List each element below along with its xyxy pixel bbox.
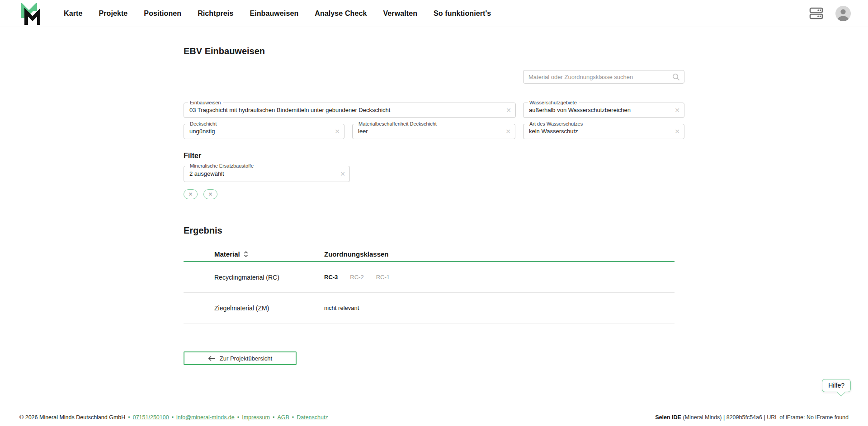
separator-dot: • — [273, 414, 274, 421]
field-label: Mineralische Ersatzbaustoffe — [188, 163, 255, 169]
help-button[interactable]: Hilfe? — [822, 379, 851, 392]
page-title: EBV Einbauweisen — [184, 46, 684, 56]
footer-link-info-mineral-minds-de[interactable]: info@mineral-minds.de — [176, 414, 235, 421]
separator-dot: • — [128, 414, 130, 421]
mineral-minds-logo[interactable] — [19, 3, 40, 25]
footer-ide-detail: (Mineral Minds) | 8209b5fc54a6 | URL of … — [681, 414, 849, 421]
table-row: Ziegelmaterial (ZM)nicht relevant — [184, 293, 675, 323]
results-heading: Ergebnis — [184, 225, 684, 236]
separator-dot: • — [172, 414, 174, 421]
field-label: Wasserschutzgebiete — [528, 100, 579, 106]
nav-links: KarteProjektePositionenRichtpreisEinbauw… — [64, 9, 491, 18]
back-button-label: Zur Projektübersicht — [220, 355, 272, 362]
footer-debug-info: Selen IDE (Mineral Minds) | 8209b5fc54a6… — [655, 414, 849, 421]
help-bubble-tail — [837, 388, 845, 396]
nav-item-positionen[interactable]: Positionen — [144, 9, 181, 18]
column-header-zuordnungsklassen: Zuordnungsklassen — [324, 250, 389, 258]
footer-links: •07151/250100•info@mineral-minds.de•Impr… — [128, 414, 328, 421]
page-root: { "nav": { "items": ["Karte", "Projekte"… — [0, 0, 868, 426]
mineralische-ersatzbaustoffe-field[interactable]: Mineralische Ersatzbaustoffe 2 ausgewähl… — [184, 166, 350, 182]
server-icon[interactable] — [809, 7, 823, 20]
column-label: Material — [214, 250, 240, 258]
search-input[interactable] — [528, 74, 672, 80]
clear-icon[interactable]: ✕ — [675, 107, 680, 113]
class-badge-rc-2: RC-2 — [350, 274, 363, 281]
search-icon — [672, 73, 680, 81]
sort-icon[interactable] — [243, 251, 249, 257]
class-badge-rc-1: RC-1 — [376, 274, 390, 281]
separator-dot: • — [292, 414, 294, 421]
chip-remove-icon[interactable]: ✕ — [188, 191, 193, 197]
class-badge-nicht-relevant: nicht relevant — [324, 304, 359, 311]
person-icon — [835, 6, 851, 21]
clear-icon[interactable]: ✕ — [340, 171, 345, 177]
nav-item-einbauweisen[interactable]: Einbauweisen — [250, 9, 298, 18]
clear-icon[interactable]: ✕ — [506, 107, 511, 113]
materialbeschaffenheit-field[interactable]: Materialbeschaffenheit Deckschicht leer … — [352, 124, 515, 139]
footer-left: © 2026 Mineral Minds Deutschland GmbH •0… — [19, 414, 328, 421]
back-to-projects-button[interactable]: Zur Projektübersicht — [184, 351, 297, 365]
filter-heading: Filter — [184, 152, 684, 160]
arrow-left-icon — [208, 356, 216, 361]
footer-link-datenschutz[interactable]: Datenschutz — [297, 414, 328, 421]
table-body: Recyclingmaterial (RC)RC-3RC-2RC-1Ziegel… — [184, 262, 675, 323]
footer-link-07151-250100[interactable]: 07151/250100 — [133, 414, 169, 421]
zuordnungsklassen-cell: RC-3RC-2RC-1 — [324, 274, 390, 281]
fields-row-2: Deckschicht ungünstig ✕ Materialbeschaff… — [184, 124, 684, 139]
field-label: Materialbeschaffenheit Deckschicht — [357, 121, 439, 127]
fields-row-1: Einbauweisen 03 Tragschicht mit hydrauli… — [184, 103, 684, 118]
table-header: Material Zuordnungsklassen — [184, 247, 675, 262]
wasserschutzgebiete-field[interactable]: Wasserschutzgebiete außerhalb von Wasser… — [523, 103, 684, 118]
separator-dot: • — [237, 414, 239, 421]
deckschicht-field[interactable]: Deckschicht ungünstig ✕ — [184, 124, 344, 139]
filter-chip[interactable]: ✕ — [203, 189, 217, 199]
nav-item-so-funktionierts[interactable]: So funktioniert's — [434, 9, 491, 18]
nav-item-verwalten[interactable]: Verwalten — [383, 9, 417, 18]
results-table: Material Zuordnungsklassen Recyclingmate… — [184, 247, 675, 323]
footer-link-impressum[interactable]: Impressum — [242, 414, 270, 421]
class-badge-rc-3: RC-3 — [324, 274, 338, 281]
nav-item-projekte[interactable]: Projekte — [99, 9, 127, 18]
nav-item-richtpreis[interactable]: Richtpreis — [198, 9, 233, 18]
clear-icon[interactable]: ✕ — [675, 128, 680, 135]
user-avatar[interactable] — [835, 6, 851, 21]
nav-right — [809, 6, 851, 21]
footer: © 2026 Mineral Minds Deutschland GmbH •0… — [0, 409, 868, 426]
search-box — [523, 70, 684, 84]
main-content: EBV Einbauweisen Einbauweisen 03 Tragsch… — [184, 46, 684, 365]
help-button-label: Hilfe? — [828, 382, 844, 389]
field-label: Deckschicht — [188, 121, 218, 127]
navbar: KarteProjektePositionenRichtpreisEinbauw… — [0, 0, 868, 27]
art-des-wasserschutzes-field[interactable]: Art des Wasserschutzes kein Wasserschutz… — [523, 124, 684, 139]
column-label: Zuordnungsklassen — [324, 250, 389, 258]
filter-chip[interactable]: ✕ — [184, 189, 198, 199]
einbauweisen-field[interactable]: Einbauweisen 03 Tragschicht mit hydrauli… — [184, 103, 516, 118]
field-label: Art des Wasserschutzes — [528, 121, 585, 127]
footer-link-agb[interactable]: AGB — [277, 414, 289, 421]
field-value: 03 Tragschicht mit hydraulischen Bindemi… — [184, 103, 515, 117]
copyright-text: © 2026 Mineral Minds Deutschland GmbH — [19, 414, 125, 421]
chip-remove-icon[interactable]: ✕ — [208, 191, 212, 197]
material-cell: Ziegelmaterial (ZM) — [184, 304, 324, 312]
column-header-material[interactable]: Material — [184, 250, 324, 258]
field-label: Einbauweisen — [188, 100, 223, 106]
logo-mm-icon — [19, 3, 40, 25]
clear-icon[interactable]: ✕ — [335, 128, 340, 135]
clear-icon[interactable]: ✕ — [505, 128, 511, 135]
zuordnungsklassen-cell: nicht relevant — [324, 304, 359, 311]
search-row — [184, 70, 684, 84]
material-cell: Recyclingmaterial (RC) — [184, 274, 324, 281]
table-row: Recyclingmaterial (RC)RC-3RC-2RC-1 — [184, 262, 675, 293]
nav-item-analyse-check[interactable]: Analyse Check — [315, 9, 367, 18]
footer-ide-name: Selen IDE — [655, 414, 681, 421]
nav-item-karte[interactable]: Karte — [64, 9, 82, 18]
filter-chips: ✕✕ — [184, 189, 684, 199]
